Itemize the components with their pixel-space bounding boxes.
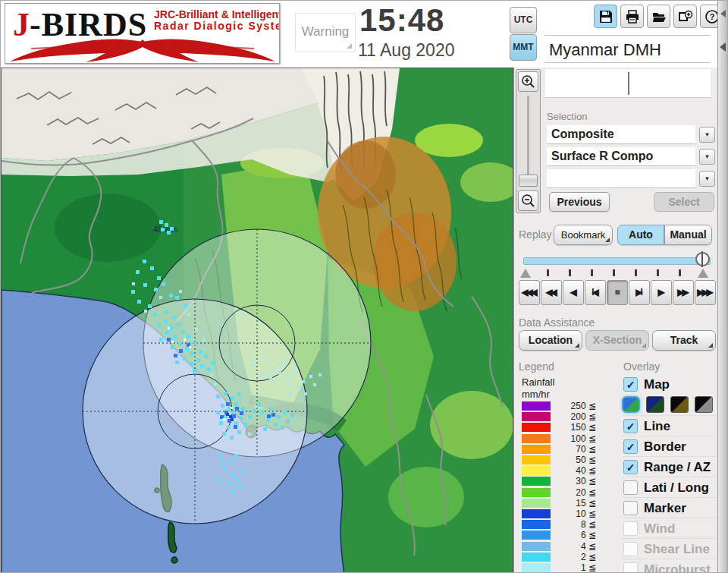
selection-dropdown-value-2: Surface R Compo: [547, 147, 695, 166]
radar-map[interactable]: 450km: [1, 68, 513, 573]
legend-row: 200 ≦: [522, 412, 605, 422]
overlay-section-label: Overlay: [623, 360, 660, 373]
replay-slider-knob[interactable]: [695, 252, 710, 266]
station-name: Myanmar DMH: [544, 38, 711, 63]
location-button[interactable]: Location: [519, 330, 582, 351]
legend-color-swatch: [522, 477, 551, 486]
overlay-row-lati-long: Lati / Long: [622, 477, 716, 497]
open-folder-button[interactable]: [647, 5, 670, 28]
legend-value: 50 ≦: [552, 455, 596, 465]
overlay-label: Border: [644, 439, 686, 455]
legend-value: 200 ≦: [552, 411, 596, 422]
marker-checkbox[interactable]: [623, 501, 638, 515]
dropdown-grip-icon: [575, 343, 579, 348]
overlay-row-map: ✓Map: [622, 374, 716, 395]
zoom-slider-thumb[interactable]: [519, 175, 538, 187]
step-backward-button[interactable]: I◀: [585, 280, 606, 305]
chevron-down-icon[interactable]: ▼: [699, 127, 715, 143]
forward-fastest-button[interactable]: ▶▶▶: [695, 280, 716, 305]
rewind-fast-button[interactable]: ◀◀: [541, 280, 562, 305]
map-scheme-black-olive[interactable]: [670, 396, 689, 413]
legend-value: 250 ≦: [552, 401, 596, 411]
step-forward-button[interactable]: ▶I: [629, 280, 650, 305]
legend-color-swatch: [522, 455, 551, 464]
map-checkbox[interactable]: ✓: [623, 377, 638, 392]
legend-color-swatch: [522, 520, 551, 529]
shear-line-checkbox: [623, 542, 638, 556]
bookmark-button[interactable]: Bookmark: [554, 225, 613, 245]
header-bar: J-BIRDS JRC-Brilliant & Intelligent Rada…: [1, 1, 728, 68]
legend-row: 50 ≦: [522, 455, 605, 465]
play-reverse-button[interactable]: ◀: [563, 280, 584, 305]
stop-button[interactable]: ■: [607, 280, 628, 305]
timezone-utc-button[interactable]: UTC: [510, 7, 537, 33]
overlay-label: Wind: [644, 521, 675, 537]
overlay-label: Range / AZ: [644, 460, 711, 475]
print-button[interactable]: [620, 5, 644, 28]
logo-tagline-2: Radar Dialogic System: [154, 20, 280, 32]
track-button[interactable]: Track: [652, 330, 716, 351]
overlay-row-shear-line: Shear Line: [622, 538, 716, 559]
range-az-checkbox[interactable]: ✓: [623, 460, 638, 474]
selection-dropdown-value-1: Composite: [547, 125, 695, 144]
auto-button[interactable]: Auto: [617, 225, 664, 245]
chevron-down-icon[interactable]: ▼: [699, 171, 715, 187]
legend-row: 2 ≦: [522, 553, 605, 562]
line-checkbox[interactable]: ✓: [623, 419, 638, 433]
play-button[interactable]: ▶: [651, 280, 672, 305]
overlay-row-microburst: Microburst: [622, 559, 716, 573]
overlay-label: Microburst: [644, 562, 711, 573]
legend-row: 70 ≦: [522, 445, 605, 455]
zoom-out-icon: [521, 194, 535, 208]
overlay-label: Line: [644, 419, 670, 434]
lati-long-checkbox[interactable]: [623, 480, 638, 495]
select-button[interactable]: Select: [654, 192, 714, 212]
eagle-logo-icon: [8, 37, 277, 63]
add-image-button[interactable]: [673, 5, 697, 28]
legend-value: 8 ≦: [552, 519, 596, 530]
legend-color-swatch: [522, 466, 551, 475]
open-folder-icon: [651, 9, 667, 24]
legend-unit-line1: Rainfall: [522, 376, 554, 388]
legend-row: 150 ≦: [522, 423, 605, 433]
overlay-row-wind: Wind: [622, 518, 716, 538]
zoom-out-button[interactable]: [518, 190, 538, 211]
timezone-mmt-button[interactable]: MMT: [510, 34, 537, 61]
map-scheme-navy-darkgreen[interactable]: [646, 396, 664, 413]
replay-slider-track[interactable]: [523, 257, 711, 265]
divider: [544, 35, 711, 36]
slider-end-marker: [698, 269, 708, 278]
selection-dropdown-2: Surface R Compo▼: [547, 147, 717, 167]
forward-fast-button[interactable]: ▶▶: [673, 280, 694, 305]
rewind-fastest-button[interactable]: ◀◀◀: [519, 280, 540, 305]
chevron-down-icon[interactable]: ▼: [699, 149, 715, 165]
logo-tagline-1: JRC-Brilliant & Intelligent: [154, 9, 280, 20]
legend-row: 10 ≦: [522, 509, 605, 519]
warning-grip-icon: [347, 43, 352, 49]
add-image-icon: [677, 9, 694, 24]
legend-color-swatch: [522, 509, 551, 518]
collapse-arrow-icon[interactable]: [720, 10, 726, 17]
panel-collapse-strip[interactable]: [717, 1, 728, 573]
legend-color-swatch: [522, 401, 551, 411]
map-scheme-black-gray[interactable]: [695, 396, 713, 413]
map-scheme-blue-green[interactable]: [622, 396, 640, 413]
x-section-button[interactable]: X-Section: [585, 330, 649, 351]
dropdown-grip-icon: [642, 343, 646, 348]
warning-button[interactable]: Warning: [295, 13, 356, 52]
border-checkbox[interactable]: ✓: [623, 439, 638, 454]
previous-button[interactable]: Previous: [549, 192, 610, 212]
map-zoom-widget: [516, 69, 541, 213]
panel-collapse-arrow-icon[interactable]: [720, 43, 726, 52]
dropdown-grip-icon: [708, 343, 713, 348]
legend-row: 250 ≦: [522, 401, 605, 411]
zoom-slider-track[interactable]: [527, 96, 529, 185]
map-canvas: 450km: [2, 68, 513, 573]
zoom-in-button[interactable]: [518, 71, 538, 92]
playback-controls: ◀◀◀◀◀◀I◀■▶I▶▶▶▶▶▶: [519, 280, 716, 305]
save-button[interactable]: [594, 5, 617, 28]
clock-time: 15:48: [359, 2, 444, 39]
legend-color-swatch: [522, 499, 551, 508]
legend-color-swatch: [522, 553, 551, 562]
manual-button[interactable]: Manual: [664, 225, 712, 245]
